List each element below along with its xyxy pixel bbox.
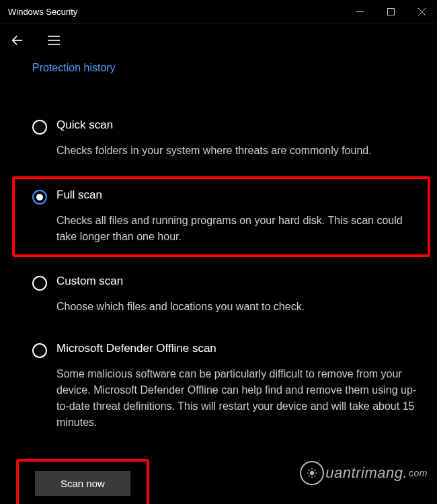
option-desc: Some malicious software can be particula… [56, 366, 418, 431]
watermark-text: uantrimang. [325, 464, 407, 482]
scan-option-offline-scan[interactable]: Microsoft Defender Offline scanSome mali… [32, 338, 437, 435]
svg-line-14 [315, 476, 316, 477]
scan-now-wrap: Scan now [16, 459, 149, 504]
option-title: Full scan [56, 188, 409, 202]
menu-button[interactable] [43, 30, 65, 51]
content-area: Protection history Quick scanChecks fold… [0, 62, 437, 504]
svg-point-8 [311, 472, 314, 475]
option-body: Microsoft Defender Offline scanSome mali… [56, 342, 430, 431]
watermark: uantrimang.com [300, 461, 428, 485]
option-title: Custom scan [56, 275, 305, 288]
svg-rect-1 [387, 9, 394, 15]
option-body: Quick scanChecks folders in your system … [56, 118, 384, 159]
svg-line-13 [309, 470, 310, 471]
minimize-button[interactable] [344, 0, 375, 24]
protection-history-row: Protection history [32, 62, 437, 74]
option-title: Microsoft Defender Offline scan [56, 342, 418, 355]
watermark-icon [300, 461, 324, 485]
titlebar: Windows Security [0, 0, 437, 24]
toolbar [0, 24, 437, 57]
option-desc: Choose which files and locations you wan… [56, 299, 305, 315]
scan-option-custom-scan[interactable]: Custom scanChoose which files and locati… [32, 271, 437, 319]
back-button[interactable] [7, 30, 28, 51]
radio-custom-scan[interactable] [32, 276, 47, 291]
maximize-button[interactable] [375, 0, 406, 24]
option-body: Custom scanChoose which files and locati… [56, 275, 317, 315]
svg-line-16 [315, 470, 316, 471]
protection-history-link[interactable]: Protection history [32, 62, 116, 73]
window-title: Windows Security [8, 7, 344, 17]
scan-option-full-scan[interactable]: Full scanChecks all files and running pr… [12, 176, 430, 257]
option-desc: Checks all files and running programs on… [56, 213, 409, 245]
svg-line-15 [309, 476, 310, 477]
scan-option-quick-scan[interactable]: Quick scanChecks folders in your system … [32, 114, 437, 163]
radio-full-scan[interactable] [32, 190, 47, 205]
option-body: Full scanChecks all files and running pr… [56, 188, 421, 245]
close-button[interactable] [406, 0, 437, 24]
watermark-suffix: com [409, 468, 428, 478]
radio-quick-scan[interactable] [32, 120, 47, 135]
window-controls [344, 0, 437, 24]
scan-now-button[interactable]: Scan now [35, 471, 130, 496]
option-title: Quick scan [56, 118, 372, 132]
option-desc: Checks folders in your system where thre… [56, 143, 372, 159]
radio-offline-scan[interactable] [32, 343, 47, 358]
